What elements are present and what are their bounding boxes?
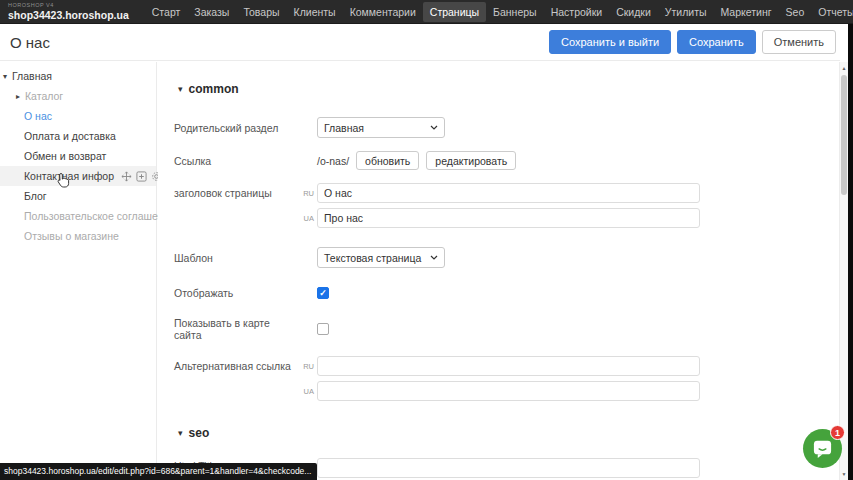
logo-domain: shop34423.horoshop.ua xyxy=(8,10,129,21)
display-checkbox[interactable] xyxy=(317,287,329,299)
vertical-scrollbar[interactable]: ▲ ▼ xyxy=(839,62,848,480)
save-and-exit-button[interactable]: Сохранить и выйти xyxy=(549,30,671,54)
template-select[interactable]: Текстовая страница xyxy=(317,247,445,268)
field-link: Ссылка /o-nas/ обновить редактировать xyxy=(174,151,840,170)
sitemap-checkbox[interactable] xyxy=(317,323,329,335)
logo[interactable]: HOROSHOP V4 shop34423.horoshop.ua xyxy=(8,3,129,20)
edit-link-button[interactable]: редактировать xyxy=(426,151,516,170)
chat-unread-badge: 1 xyxy=(830,425,845,440)
page-title: О нас xyxy=(10,34,50,51)
cancel-button[interactable]: Отменить xyxy=(762,30,836,54)
scroll-down-icon[interactable]: ▼ xyxy=(840,471,848,477)
tree-item-about-us[interactable]: О нас xyxy=(0,106,156,126)
tree-item-payment-delivery[interactable]: Оплата и доставка xyxy=(0,126,156,146)
page-title-ua-input[interactable] xyxy=(317,208,700,228)
menu-marketing[interactable]: Маркетинг xyxy=(714,2,779,22)
parent-section-select[interactable]: Главная xyxy=(317,117,445,138)
scrollbar-thumb[interactable] xyxy=(841,75,847,195)
field-page-title-ua: UA xyxy=(174,208,840,228)
scroll-up-icon[interactable]: ▲ xyxy=(840,65,848,71)
chat-widget-button[interactable]: 1 xyxy=(803,429,842,468)
chevron-right-icon[interactable]: ▸ xyxy=(16,92,25,101)
field-label: Отображать xyxy=(174,287,298,299)
section-seo[interactable]: ▾ seo xyxy=(178,426,840,440)
link-path-value: /o-nas/ xyxy=(317,155,349,167)
chevron-down-icon xyxy=(430,125,438,130)
field-parent-section: Родительский раздел Главная xyxy=(174,117,840,138)
chevron-down-icon[interactable]: ▾ xyxy=(3,72,12,81)
tree-item-catalog[interactable]: ▸ Каталог xyxy=(0,86,156,106)
field-template: Шаблон Текстовая страница xyxy=(174,247,840,268)
tree-item-contact-info[interactable]: Контактная инфор xyxy=(0,166,156,186)
section-common[interactable]: ▾ common xyxy=(178,82,840,96)
chevron-down-icon: ▾ xyxy=(178,84,183,94)
save-button[interactable]: Сохранить xyxy=(677,30,756,54)
lang-badge-ru: RU xyxy=(298,362,314,371)
alt-link-ru-input[interactable] xyxy=(317,356,700,376)
field-alt-link-ru: Альтернативная ссылка RU xyxy=(174,356,840,376)
tree-item-exchange-return[interactable]: Обмен и возврат xyxy=(0,146,156,166)
move-icon[interactable] xyxy=(121,171,132,182)
tree-item-store-reviews[interactable]: Отзывы о магазине xyxy=(0,226,156,246)
field-label: Показывать в карте сайта xyxy=(174,317,298,341)
field-label: Шаблон xyxy=(174,252,298,264)
field-label: заголовок страницы xyxy=(174,187,298,199)
field-sitemap: Показывать в карте сайта xyxy=(174,317,840,341)
pages-tree-sidebar: ▾ Главная ▸ Каталог О нас Оплата и доста… xyxy=(0,62,157,480)
menu-clients[interactable]: Клиенты xyxy=(287,2,343,22)
add-subpage-icon[interactable] xyxy=(136,171,147,182)
field-page-title-ru: заголовок страницы RU xyxy=(174,183,840,203)
menu-settings[interactable]: Настройки xyxy=(544,2,610,22)
html-title-ru-input[interactable] xyxy=(317,458,700,478)
page-header: О нас Сохранить и выйти Сохранить Отмени… xyxy=(0,24,840,61)
menu-reports[interactable]: Отчеты xyxy=(811,2,853,22)
lang-badge-ua: UA xyxy=(298,214,314,223)
lang-badge-ru: RU xyxy=(298,189,314,198)
field-display: Отображать xyxy=(174,287,840,299)
tree-item-home[interactable]: ▾ Главная xyxy=(0,66,156,86)
topbar: HOROSHOP V4 shop34423.horoshop.ua Старт … xyxy=(0,0,853,24)
menu-seo[interactable]: Seo xyxy=(779,2,812,22)
main-menu: Старт Заказы Товары Клиенты Комментарии … xyxy=(145,2,853,22)
menu-pages[interactable]: Страницы xyxy=(423,2,486,22)
menu-utilities[interactable]: Утилиты xyxy=(658,2,714,22)
field-label: Родительский раздел xyxy=(174,122,298,134)
chat-bubble-icon xyxy=(812,438,833,459)
refresh-link-button[interactable]: обновить xyxy=(356,151,419,170)
screen-edge-strip xyxy=(848,0,853,480)
chevron-down-icon xyxy=(430,255,438,260)
chevron-down-icon: ▾ xyxy=(178,428,183,438)
browser-status-url: shop34423.horoshop.ua/edit/edit.php?id=6… xyxy=(0,463,317,480)
menu-discounts[interactable]: Скидки xyxy=(609,2,658,22)
lang-badge-ua: UA xyxy=(298,387,314,396)
menu-orders[interactable]: Заказы xyxy=(187,2,236,22)
field-alt-link-ua: UA xyxy=(174,381,840,401)
tree-item-blog[interactable]: Блог xyxy=(0,186,156,206)
field-label: Ссылка xyxy=(174,155,298,167)
menu-banners[interactable]: Баннеры xyxy=(486,2,544,22)
menu-start[interactable]: Старт xyxy=(145,2,188,22)
page-edit-form: ▾ common Родительский раздел Главная Ссы… xyxy=(158,62,840,480)
page-title-ru-input[interactable] xyxy=(317,183,700,203)
field-label: Альтернативная ссылка xyxy=(174,360,298,372)
menu-comments[interactable]: Комментарии xyxy=(343,2,423,22)
tree-item-user-agreement[interactable]: Пользовательское соглашение xyxy=(0,206,156,226)
logo-version: HOROSHOP V4 xyxy=(8,3,129,9)
menu-products[interactable]: Товары xyxy=(236,2,286,22)
alt-link-ua-input[interactable] xyxy=(317,381,700,401)
